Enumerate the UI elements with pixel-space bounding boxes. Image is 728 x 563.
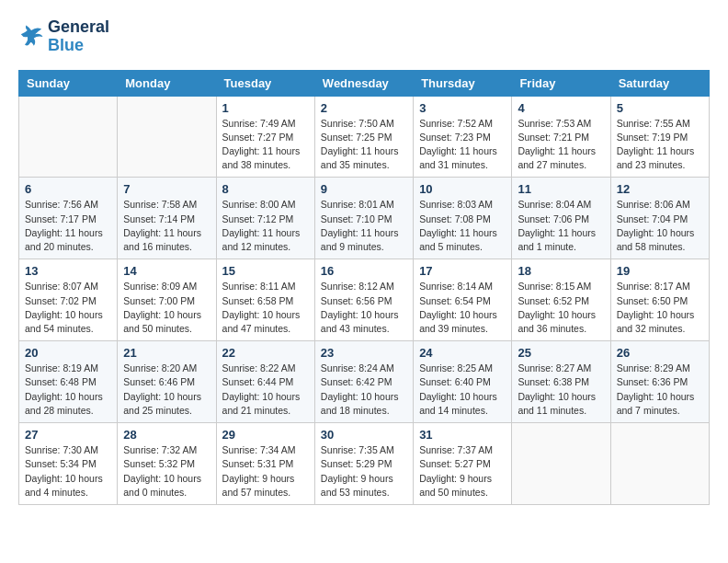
calendar-cell: 10Sunrise: 8:03 AM Sunset: 7:08 PM Dayli… <box>414 178 512 259</box>
day-number: 14 <box>123 264 210 278</box>
calendar-cell: 3Sunrise: 7:52 AM Sunset: 7:23 PM Daylig… <box>414 96 512 178</box>
calendar-cell: 12Sunrise: 8:06 AM Sunset: 7:04 PM Dayli… <box>610 178 709 259</box>
calendar-cell: 2Sunrise: 7:50 AM Sunset: 7:25 PM Daylig… <box>314 96 413 178</box>
calendar-cell: 29Sunrise: 7:34 AM Sunset: 5:31 PM Dayli… <box>216 423 314 505</box>
column-header-sunday: Sunday <box>19 70 118 96</box>
day-info: Sunrise: 7:55 AM Sunset: 7:19 PM Dayligh… <box>617 117 703 173</box>
day-number: 1 <box>222 101 309 115</box>
day-info: Sunrise: 8:29 AM Sunset: 6:36 PM Dayligh… <box>617 362 703 418</box>
calendar-cell <box>118 96 216 178</box>
day-number: 18 <box>518 264 604 278</box>
logo: General Blue <box>18 18 109 55</box>
calendar-cell: 25Sunrise: 8:27 AM Sunset: 6:38 PM Dayli… <box>512 341 610 423</box>
calendar-table: SundayMondayTuesdayWednesdayThursdayFrid… <box>18 70 710 505</box>
day-info: Sunrise: 8:19 AM Sunset: 6:48 PM Dayligh… <box>25 362 111 418</box>
day-number: 16 <box>321 264 407 278</box>
day-info: Sunrise: 7:30 AM Sunset: 5:34 PM Dayligh… <box>25 443 111 500</box>
logo-icon <box>18 24 44 50</box>
day-info: Sunrise: 7:32 AM Sunset: 5:32 PM Dayligh… <box>123 443 210 500</box>
calendar-week-2: 6Sunrise: 7:56 AM Sunset: 7:17 PM Daylig… <box>19 178 710 259</box>
day-info: Sunrise: 8:04 AM Sunset: 7:06 PM Dayligh… <box>518 198 604 254</box>
day-info: Sunrise: 7:37 AM Sunset: 5:27 PM Dayligh… <box>419 443 506 500</box>
day-number: 25 <box>518 346 604 360</box>
day-info: Sunrise: 8:17 AM Sunset: 6:50 PM Dayligh… <box>617 280 703 336</box>
calendar-cell: 23Sunrise: 8:24 AM Sunset: 6:42 PM Dayli… <box>314 341 413 423</box>
calendar-cell: 17Sunrise: 8:14 AM Sunset: 6:54 PM Dayli… <box>414 259 512 341</box>
day-info: Sunrise: 8:09 AM Sunset: 7:00 PM Dayligh… <box>123 280 210 336</box>
day-info: Sunrise: 8:15 AM Sunset: 6:52 PM Dayligh… <box>518 280 604 336</box>
calendar-week-4: 20Sunrise: 8:19 AM Sunset: 6:48 PM Dayli… <box>19 341 710 423</box>
column-header-monday: Monday <box>118 70 216 96</box>
day-number: 24 <box>419 346 506 360</box>
calendar-cell: 1Sunrise: 7:49 AM Sunset: 7:27 PM Daylig… <box>216 96 314 178</box>
column-header-saturday: Saturday <box>610 70 709 96</box>
day-info: Sunrise: 8:27 AM Sunset: 6:38 PM Dayligh… <box>518 362 604 418</box>
day-number: 28 <box>123 428 210 442</box>
calendar-cell: 7Sunrise: 7:58 AM Sunset: 7:14 PM Daylig… <box>118 178 216 259</box>
day-number: 29 <box>222 428 309 442</box>
calendar-cell: 30Sunrise: 7:35 AM Sunset: 5:29 PM Dayli… <box>314 423 413 505</box>
day-info: Sunrise: 8:01 AM Sunset: 7:10 PM Dayligh… <box>321 198 407 254</box>
calendar-cell: 28Sunrise: 7:32 AM Sunset: 5:32 PM Dayli… <box>118 423 216 505</box>
calendar-cell: 5Sunrise: 7:55 AM Sunset: 7:19 PM Daylig… <box>610 96 709 178</box>
day-info: Sunrise: 7:53 AM Sunset: 7:21 PM Dayligh… <box>518 117 604 173</box>
day-info: Sunrise: 7:58 AM Sunset: 7:14 PM Dayligh… <box>123 198 210 254</box>
day-number: 7 <box>123 182 210 196</box>
calendar-cell: 14Sunrise: 8:09 AM Sunset: 7:00 PM Dayli… <box>118 259 216 341</box>
day-number: 12 <box>617 182 703 196</box>
day-number: 6 <box>25 182 111 196</box>
day-number: 19 <box>617 264 703 278</box>
calendar-week-3: 13Sunrise: 8:07 AM Sunset: 7:02 PM Dayli… <box>19 259 710 341</box>
day-info: Sunrise: 7:34 AM Sunset: 5:31 PM Dayligh… <box>222 443 309 500</box>
day-number: 23 <box>321 346 407 360</box>
calendar-cell <box>19 96 118 178</box>
day-number: 26 <box>617 346 703 360</box>
calendar-cell: 9Sunrise: 8:01 AM Sunset: 7:10 PM Daylig… <box>314 178 413 259</box>
calendar-cell: 18Sunrise: 8:15 AM Sunset: 6:52 PM Dayli… <box>512 259 610 341</box>
day-info: Sunrise: 7:35 AM Sunset: 5:29 PM Dayligh… <box>321 443 407 500</box>
day-info: Sunrise: 8:06 AM Sunset: 7:04 PM Dayligh… <box>617 198 703 254</box>
day-number: 15 <box>222 264 309 278</box>
calendar-cell: 15Sunrise: 8:11 AM Sunset: 6:58 PM Dayli… <box>216 259 314 341</box>
day-number: 30 <box>321 428 407 442</box>
calendar-cell: 4Sunrise: 7:53 AM Sunset: 7:21 PM Daylig… <box>512 96 610 178</box>
day-info: Sunrise: 8:14 AM Sunset: 6:54 PM Dayligh… <box>419 280 506 336</box>
day-number: 17 <box>419 264 506 278</box>
day-number: 21 <box>123 346 210 360</box>
day-info: Sunrise: 8:07 AM Sunset: 7:02 PM Dayligh… <box>25 280 111 336</box>
day-number: 20 <box>25 346 111 360</box>
day-info: Sunrise: 7:52 AM Sunset: 7:23 PM Dayligh… <box>419 117 506 173</box>
day-info: Sunrise: 8:20 AM Sunset: 6:46 PM Dayligh… <box>123 362 210 418</box>
column-header-tuesday: Tuesday <box>216 70 314 96</box>
day-number: 2 <box>321 101 407 115</box>
calendar-cell: 8Sunrise: 8:00 AM Sunset: 7:12 PM Daylig… <box>216 178 314 259</box>
column-header-friday: Friday <box>512 70 610 96</box>
calendar-cell: 20Sunrise: 8:19 AM Sunset: 6:48 PM Dayli… <box>19 341 118 423</box>
column-header-wednesday: Wednesday <box>314 70 413 96</box>
calendar-cell <box>610 423 709 505</box>
column-header-thursday: Thursday <box>414 70 512 96</box>
calendar-cell: 26Sunrise: 8:29 AM Sunset: 6:36 PM Dayli… <box>610 341 709 423</box>
day-info: Sunrise: 8:12 AM Sunset: 6:56 PM Dayligh… <box>321 280 407 336</box>
day-info: Sunrise: 8:11 AM Sunset: 6:58 PM Dayligh… <box>222 280 309 336</box>
day-number: 3 <box>419 101 506 115</box>
calendar-cell: 13Sunrise: 8:07 AM Sunset: 7:02 PM Dayli… <box>19 259 118 341</box>
day-info: Sunrise: 7:56 AM Sunset: 7:17 PM Dayligh… <box>25 198 111 254</box>
day-info: Sunrise: 8:03 AM Sunset: 7:08 PM Dayligh… <box>419 198 506 254</box>
calendar-cell: 27Sunrise: 7:30 AM Sunset: 5:34 PM Dayli… <box>19 423 118 505</box>
page-header: General Blue <box>18 18 710 55</box>
calendar-cell: 31Sunrise: 7:37 AM Sunset: 5:27 PM Dayli… <box>414 423 512 505</box>
calendar-cell: 19Sunrise: 8:17 AM Sunset: 6:50 PM Dayli… <box>610 259 709 341</box>
calendar-cell: 24Sunrise: 8:25 AM Sunset: 6:40 PM Dayli… <box>414 341 512 423</box>
logo-text: General Blue <box>48 18 109 55</box>
day-info: Sunrise: 8:00 AM Sunset: 7:12 PM Dayligh… <box>222 198 309 254</box>
calendar-week-1: 1Sunrise: 7:49 AM Sunset: 7:27 PM Daylig… <box>19 96 710 178</box>
day-number: 22 <box>222 346 309 360</box>
calendar-cell: 11Sunrise: 8:04 AM Sunset: 7:06 PM Dayli… <box>512 178 610 259</box>
day-info: Sunrise: 7:49 AM Sunset: 7:27 PM Dayligh… <box>222 117 309 173</box>
day-info: Sunrise: 8:24 AM Sunset: 6:42 PM Dayligh… <box>321 362 407 418</box>
day-number: 9 <box>321 182 407 196</box>
day-number: 13 <box>25 264 111 278</box>
calendar-cell: 22Sunrise: 8:22 AM Sunset: 6:44 PM Dayli… <box>216 341 314 423</box>
day-number: 11 <box>518 182 604 196</box>
